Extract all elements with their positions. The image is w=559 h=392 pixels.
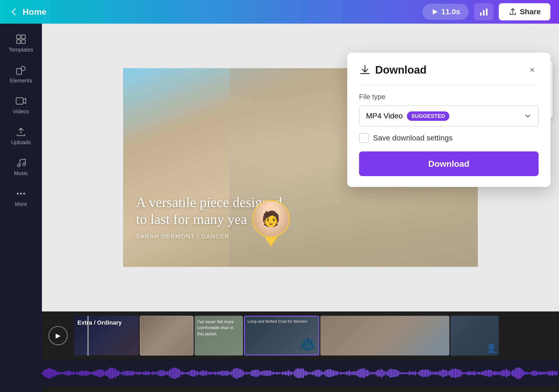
music-label: Music [14, 170, 28, 176]
sidebar: Templates Elements Videos Uploads [0, 24, 42, 392]
modal-divider [359, 85, 539, 85]
back-arrow-icon [9, 6, 19, 17]
sidebar-item-uploads[interactable]: Uploads [2, 122, 40, 150]
topbar: Home 11.0s Share [0, 0, 559, 24]
file-type-select[interactable]: MP4 Video SUGGESTED [359, 105, 539, 127]
play-icon [431, 8, 439, 16]
shapes-icon [16, 65, 26, 75]
play-button[interactable]: 11.0s [422, 4, 469, 20]
svg-marker-0 [433, 9, 438, 14]
file-type-label: File type [359, 93, 539, 101]
svg-rect-6 [17, 40, 20, 43]
canvas-area: A versatile piece designed to last for m… [42, 24, 559, 392]
svg-rect-8 [17, 68, 22, 74]
share-button[interactable]: Share [499, 3, 550, 20]
save-settings-checkbox[interactable] [359, 133, 369, 143]
play-duration: 11.0s [441, 8, 460, 16]
share-label: Share [520, 8, 541, 16]
sidebar-item-videos[interactable]: Videos [2, 91, 40, 119]
home-button[interactable]: Home [9, 6, 46, 17]
video-icon [16, 96, 26, 106]
upload-icon [16, 126, 26, 137]
sidebar-item-elements[interactable]: Elements [2, 60, 40, 89]
download-icon [359, 64, 371, 76]
analytics-button[interactable] [474, 3, 493, 20]
main-layout: Templates Elements Videos Uploads [0, 24, 559, 392]
svg-rect-5 [22, 35, 25, 39]
sidebar-item-templates[interactable]: Templates [2, 29, 40, 58]
modal-title-row: Download [359, 64, 427, 76]
svg-rect-3 [486, 9, 488, 16]
home-label: Home [23, 7, 46, 17]
sidebar-item-music[interactable]: Music [2, 153, 40, 181]
svg-rect-2 [483, 10, 485, 16]
svg-rect-4 [17, 35, 20, 39]
grid-icon [16, 34, 26, 45]
templates-label: Templates [9, 47, 33, 53]
modal-overlay: Download × File type MP4 Video SUGGESTED [42, 24, 559, 392]
svg-point-13 [17, 193, 19, 195]
chart-icon [479, 7, 489, 17]
music-icon [16, 157, 26, 168]
download-modal: Download × File type MP4 Video SUGGESTED [347, 53, 550, 187]
file-type-left: MP4 Video SUGGESTED [366, 111, 449, 121]
uploads-label: Uploads [11, 139, 31, 146]
svg-point-15 [23, 193, 25, 195]
share-icon [508, 8, 517, 16]
elements-label: Elements [10, 78, 32, 84]
save-settings-row: Save download settings [359, 133, 539, 143]
modal-close-button[interactable]: × [526, 63, 539, 76]
svg-rect-10 [16, 98, 23, 104]
chevron-down-icon [524, 112, 532, 120]
file-type-value: MP4 Video [366, 112, 403, 120]
modal-header: Download × [359, 63, 539, 76]
sidebar-item-more[interactable]: More [2, 183, 40, 212]
more-label: More [15, 201, 27, 207]
svg-rect-7 [22, 40, 25, 43]
videos-label: Videos [13, 108, 29, 115]
svg-point-14 [20, 193, 22, 195]
download-action-button[interactable]: Download [359, 151, 539, 176]
save-settings-label: Save download settings [373, 134, 453, 142]
modal-title: Download [375, 64, 427, 76]
svg-rect-1 [480, 12, 482, 16]
dots-icon [16, 188, 26, 199]
suggested-badge: SUGGESTED [407, 111, 449, 121]
